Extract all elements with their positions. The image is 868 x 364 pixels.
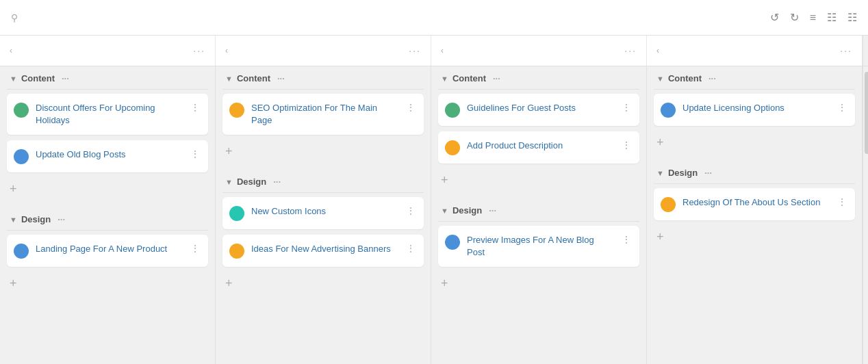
- search-area[interactable]: ⚲: [11, 12, 23, 23]
- group-divider-design: [222, 192, 424, 193]
- card-status-dot: [229, 244, 244, 259]
- card-title: Update Old Blog Posts: [36, 148, 182, 161]
- chevron-done[interactable]: ‹: [441, 46, 444, 55]
- card-menu-button[interactable]: ⋮: [836, 196, 848, 207]
- card-content-scheduled-0[interactable]: Discount Offers For Upcoming Holidays ⋮: [7, 94, 208, 135]
- undo-icon[interactable]: ↺: [770, 11, 779, 24]
- card-title: Landing Page For A New Product: [36, 243, 182, 255]
- card-content-scheduled-1[interactable]: Update Old Blog Posts ⋮: [7, 140, 208, 172]
- redo-icon[interactable]: ↻: [790, 11, 799, 24]
- card-menu-button[interactable]: ⋮: [620, 102, 633, 113]
- group-chevron-content[interactable]: ▼: [656, 75, 664, 83]
- group-label-content: Content: [452, 73, 486, 83]
- group-menu-content[interactable]: ···: [709, 73, 716, 83]
- card-title: Preview Images For A New Blog Post: [467, 234, 613, 259]
- card-design-inprogress-0[interactable]: New Custom Icons ⋮: [222, 197, 424, 229]
- add-card-design-done[interactable]: +: [438, 272, 639, 295]
- card-status-dot: [14, 103, 29, 118]
- group-chevron-content[interactable]: ▼: [441, 75, 448, 83]
- group-menu-design[interactable]: ···: [58, 214, 65, 224]
- group-divider-content: [7, 89, 208, 90]
- group-menu-content[interactable]: ···: [62, 73, 69, 83]
- col-menu-verified[interactable]: ···: [840, 45, 852, 56]
- group-chevron-design[interactable]: ▼: [441, 207, 448, 215]
- group-divider-design: [7, 230, 208, 231]
- card-design-inprogress-1[interactable]: Ideas For New Advertising Banners ⋮: [222, 235, 424, 267]
- card-design-verified-0[interactable]: Redesign Of The About Us Section ⋮: [654, 188, 855, 220]
- group-chevron-design[interactable]: ▼: [656, 169, 664, 177]
- card-content-verified-0[interactable]: Update Licensing Options ⋮: [654, 94, 855, 126]
- card-status-dot: [445, 235, 460, 250]
- column-scheduled: ▼ Content ··· Discount Offers For Upcomi…: [0, 66, 216, 364]
- card-content-done-0[interactable]: Guidelines For Guest Posts ⋮: [438, 94, 639, 126]
- group-divider-content: [222, 89, 424, 90]
- add-card-content-scheduled[interactable]: +: [7, 178, 208, 200]
- card-status-dot: [229, 206, 244, 221]
- col-menu-scheduled[interactable]: ···: [193, 45, 205, 56]
- card-menu-button[interactable]: ⋮: [189, 148, 201, 159]
- group-label-design: Design: [237, 177, 266, 187]
- column-done: ▼ Content ··· Guidelines For Guest Posts…: [431, 66, 647, 364]
- card-menu-button[interactable]: ⋮: [189, 102, 201, 113]
- group-header-content-verified: ▼ Content ···: [654, 66, 855, 88]
- card-title: Add Product Description: [467, 140, 613, 152]
- card-status-dot: [445, 103, 460, 118]
- grid-icon[interactable]: ☷: [847, 11, 857, 24]
- chevron-inprogress[interactable]: ‹: [225, 46, 228, 55]
- group-header-design-done: ▼ Design ···: [438, 198, 639, 220]
- vertical-scrollbar[interactable]: [863, 66, 868, 364]
- group-header-design-verified: ▼ Design ···: [654, 161, 855, 182]
- card-status-dot: [14, 149, 29, 164]
- group-menu-design[interactable]: ···: [704, 168, 712, 178]
- toolbar-right: ↺ ↻ ≡ ☷ ☷: [770, 11, 857, 24]
- card-content-done-1[interactable]: Add Product Description ⋮: [438, 131, 639, 164]
- card-content-inprogress-0[interactable]: SEO Optimization For The Main Page ⋮: [222, 94, 424, 135]
- group-chevron-content[interactable]: ▼: [10, 75, 17, 83]
- list-view-icon[interactable]: ≡: [810, 12, 816, 24]
- add-card-design-inprogress[interactable]: +: [222, 272, 424, 295]
- card-title: Ideas For New Advertising Banners: [251, 243, 398, 255]
- card-status-dot: [661, 103, 676, 118]
- card-menu-button[interactable]: ⋮: [189, 243, 201, 254]
- add-card-content-verified[interactable]: +: [654, 131, 855, 154]
- card-menu-button[interactable]: ⋮: [405, 205, 417, 216]
- group-divider-design: [654, 183, 855, 184]
- group-chevron-content[interactable]: ▼: [225, 75, 233, 83]
- group-chevron-design[interactable]: ▼: [225, 178, 233, 186]
- group-menu-design[interactable]: ···: [489, 205, 496, 216]
- card-menu-button[interactable]: ⋮: [405, 102, 417, 113]
- col-menu-inprogress[interactable]: ···: [409, 45, 421, 56]
- group-menu-content[interactable]: ···: [277, 73, 285, 83]
- group-divider-design: [438, 221, 639, 222]
- column-headers: ‹ ··· ‹ ··· ‹ ··· ‹ ···: [0, 36, 868, 66]
- group-header-content-scheduled: ▼ Content ···: [7, 66, 208, 88]
- group-chevron-design[interactable]: ▼: [10, 216, 17, 224]
- search-icon: ⚲: [11, 12, 18, 23]
- topbar: ⚲ ↺ ↻ ≡ ☷ ☷: [0, 0, 868, 36]
- add-card-content-done[interactable]: +: [438, 169, 639, 192]
- group-header-content-inprogress: ▼ Content ···: [222, 66, 424, 88]
- scroll-thumb: [865, 72, 868, 154]
- card-menu-button[interactable]: ⋮: [620, 140, 633, 151]
- card-menu-button[interactable]: ⋮: [405, 243, 417, 254]
- group-label-design: Design: [21, 214, 51, 224]
- add-card-design-scheduled[interactable]: +: [7, 272, 208, 295]
- card-title: Redesign Of The About Us Section: [682, 196, 829, 209]
- group-menu-content[interactable]: ···: [493, 73, 500, 83]
- group-divider-content: [438, 89, 639, 90]
- add-column-icon[interactable]: ☷: [827, 11, 837, 24]
- col-menu-done[interactable]: ···: [624, 45, 637, 56]
- col-header-scheduled: ‹ ···: [0, 36, 216, 66]
- card-design-scheduled-0[interactable]: Landing Page For A New Product ⋮: [7, 235, 208, 267]
- card-design-done-0[interactable]: Preview Images For A New Blog Post ⋮: [438, 226, 639, 267]
- add-card-content-inprogress[interactable]: +: [222, 140, 424, 163]
- add-card-design-verified[interactable]: +: [654, 226, 855, 248]
- card-status-dot: [661, 197, 676, 212]
- group-menu-design[interactable]: ···: [273, 177, 281, 187]
- chevron-scheduled[interactable]: ‹: [10, 46, 12, 55]
- group-divider-content: [654, 89, 855, 90]
- card-menu-button[interactable]: ⋮: [620, 234, 633, 245]
- card-status-dot: [229, 103, 244, 118]
- chevron-verified[interactable]: ‹: [656, 46, 659, 55]
- card-menu-button[interactable]: ⋮: [836, 102, 848, 113]
